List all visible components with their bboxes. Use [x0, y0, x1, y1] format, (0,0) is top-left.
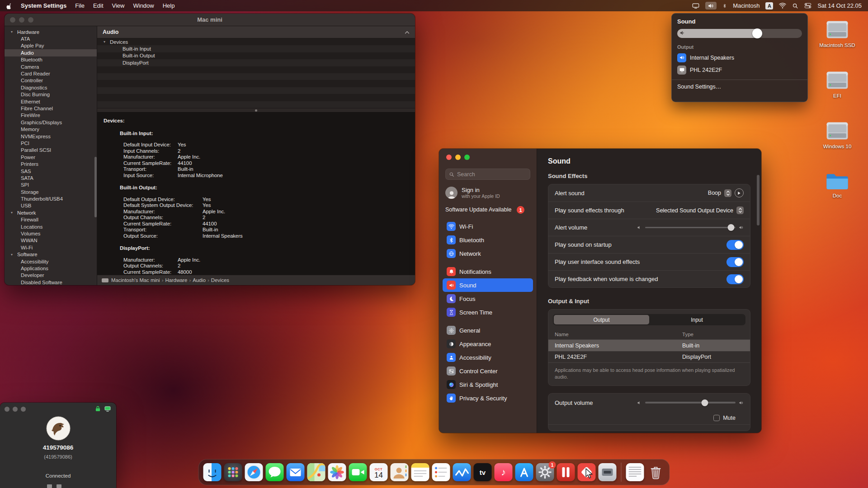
sysinfo-sidebar-item-ethernet[interactable]: Ethernet: [5, 98, 97, 105]
desktop-icon-macintosh-ssd[interactable]: Macintosh SSD: [812, 20, 862, 48]
sidebar-item-network[interactable]: Network: [443, 247, 533, 260]
sidebar-item-screen-time[interactable]: Screen Time: [443, 305, 533, 319]
menu-window[interactable]: Window: [133, 2, 154, 9]
tree-item-built-in-output[interactable]: Built-in Output: [97, 52, 415, 59]
dock-waveform[interactable]: [453, 463, 471, 481]
play-alert-sound-button[interactable]: [735, 188, 744, 197]
alert-volume-slider[interactable]: [645, 224, 736, 231]
dock-appstore[interactable]: [515, 463, 533, 481]
tree-group-devices[interactable]: ▾Devices: [97, 38, 415, 45]
sysinfo-sidebar-item-storage[interactable]: Storage: [5, 188, 97, 195]
tree-item-displayport[interactable]: DisplayPort: [97, 59, 415, 66]
dock-notes[interactable]: [411, 463, 429, 481]
dock-music[interactable]: ♪: [495, 463, 513, 481]
dock-launchpad[interactable]: [224, 463, 242, 481]
display-icon[interactable]: [692, 2, 699, 9]
sysinfo-sidebar-scrollbar[interactable]: [94, 157, 97, 217]
desktop[interactable]: System Settings FileEditViewWindowHelp M…: [0, 0, 868, 488]
output-device-phl-242e2f[interactable]: PHL 242E2F: [677, 64, 802, 76]
tree-item-built-in-input[interactable]: Built-in Input: [97, 45, 415, 52]
minimize-button[interactable]: [455, 155, 461, 160]
menu-view[interactable]: View: [112, 2, 125, 9]
splitter-handle[interactable]: [97, 108, 415, 113]
breadcrumb-segment[interactable]: Devices: [211, 277, 229, 283]
dock-safari[interactable]: [245, 463, 263, 481]
sidebar-item-wi-fi[interactable]: Wi-Fi: [443, 220, 533, 233]
sidebar-item-control-center[interactable]: Control Center: [443, 364, 533, 378]
sysinfo-sidebar-item-firewire[interactable]: FireWire: [5, 112, 97, 119]
sysinfo-titlebar[interactable]: Mac mini: [5, 14, 415, 26]
menu-edit[interactable]: Edit: [93, 2, 103, 9]
play-through-dropdown[interactable]: [736, 206, 744, 214]
ui-sfx-toggle[interactable]: [726, 257, 744, 267]
close-button[interactable]: [5, 407, 9, 412]
output-volume-slider[interactable]: [645, 399, 736, 406]
volume-feedback-toggle[interactable]: [726, 274, 744, 284]
input-source-icon[interactable]: A: [765, 2, 773, 9]
breadcrumb-segment[interactable]: Macintosh's Mac mini: [111, 277, 160, 283]
sound-settings-link[interactable]: Sound Settings…: [677, 84, 802, 90]
close-button[interactable]: [446, 155, 452, 160]
desktop-icon-efi[interactable]: EFI: [812, 70, 862, 99]
software-update-row[interactable]: Software Update Available 1: [445, 206, 530, 214]
search-input[interactable]: [457, 171, 520, 178]
menu-help[interactable]: Help: [163, 2, 175, 9]
sysinfo-sidebar-item-disc-burning[interactable]: Disc Burning: [5, 91, 97, 98]
sysinfo-sidebar-group-network[interactable]: ▾Network: [5, 209, 97, 216]
sidebar-item-siri-spotlight[interactable]: Siri & Spotlight: [443, 378, 533, 391]
sysinfo-sidebar-item-nvmexpress[interactable]: NVMExpress: [5, 133, 97, 140]
volume-slider-thumb[interactable]: [752, 28, 762, 38]
sysinfo-section-header[interactable]: Audio: [97, 26, 415, 38]
sysinfo-sidebar-item-diagnostics[interactable]: Diagnostics: [5, 84, 97, 91]
sysinfo-sidebar-item-wwan[interactable]: WWAN: [5, 237, 97, 244]
sysinfo-sidebar-group-hardware[interactable]: ▾Hardware: [5, 28, 97, 35]
sidebar-item-notifications[interactable]: Notifications: [443, 265, 533, 278]
sidebar-item-general[interactable]: General: [443, 324, 533, 337]
sysinfo-sidebar-item-wi-fi[interactable]: Wi-Fi: [5, 244, 97, 251]
sidebar-item-focus[interactable]: Focus: [443, 292, 533, 305]
sidebar-item-sound[interactable]: Sound: [443, 278, 533, 292]
dock-settings[interactable]: 1: [536, 463, 554, 481]
tab-input[interactable]: Input: [649, 315, 745, 324]
table-row-phl-242e2f[interactable]: PHL 242E2FDisplayPort: [548, 351, 750, 362]
sysinfo-sidebar-item-power[interactable]: Power: [5, 154, 97, 160]
breadcrumb-segment[interactable]: Audio: [193, 277, 206, 283]
sysinfo-sidebar-item-thunderbolt-usb4[interactable]: Thunderbolt/USB4: [5, 195, 97, 202]
sysinfo-sidebar-item-memory[interactable]: Memory: [5, 126, 97, 132]
output-device-internal-speakers[interactable]: Internal Speakers: [677, 52, 802, 64]
dock-finder[interactable]: [203, 463, 222, 481]
minimize-button[interactable]: [19, 17, 24, 23]
sysinfo-sidebar-item-developer[interactable]: Developer: [5, 272, 97, 279]
sysinfo-sidebar-item-sas[interactable]: SAS: [5, 168, 97, 174]
dock-facetime[interactable]: [349, 463, 367, 481]
dock-sysinfo[interactable]: [599, 463, 617, 481]
wifi-icon[interactable]: [779, 2, 786, 9]
dock-reminders[interactable]: [432, 463, 450, 481]
volume-menu-icon[interactable]: [705, 2, 717, 9]
menubar-app-name[interactable]: System Settings: [21, 2, 66, 9]
startup-sound-toggle[interactable]: [726, 240, 744, 250]
sysinfo-sidebar-item-locations[interactable]: Locations: [5, 223, 97, 230]
sysinfo-sidebar-item-disabled-software[interactable]: Disabled Software: [5, 279, 97, 285]
dock-messages[interactable]: [266, 463, 284, 481]
remote-window-controls[interactable]: [5, 407, 26, 412]
dock-calendar[interactable]: OCT14: [370, 463, 388, 481]
sidebar-item-bluetooth[interactable]: Bluetooth: [443, 233, 533, 247]
sysinfo-sidebar-item-fibre-channel[interactable]: Fibre Channel: [5, 105, 97, 112]
settings-search-field[interactable]: [445, 169, 530, 180]
mute-checkbox[interactable]: [713, 415, 720, 421]
close-button[interactable]: [10, 17, 15, 23]
desktop-icon-windows-10[interactable]: Windows 10: [812, 121, 862, 149]
volume-slider[interactable]: [677, 29, 802, 38]
sysinfo-sidebar-item-audio[interactable]: Audio: [5, 49, 97, 56]
desktop-icon-doc[interactable]: Doc: [812, 172, 862, 198]
settings-window-controls[interactable]: [446, 155, 470, 160]
sysinfo-window-controls[interactable]: [10, 17, 33, 23]
dock-maps[interactable]: [307, 463, 326, 481]
dock-parallels[interactable]: [557, 463, 575, 481]
sysinfo-sidebar-item-camera[interactable]: Camera: [5, 63, 97, 70]
sign-in-row[interactable]: Sign in with your Apple ID: [445, 187, 530, 199]
menubar-clock[interactable]: Sat 14 Oct 22.05: [817, 2, 862, 9]
apple-menu-icon[interactable]: [6, 2, 12, 9]
sysinfo-sidebar-item-printers[interactable]: Printers: [5, 160, 97, 167]
